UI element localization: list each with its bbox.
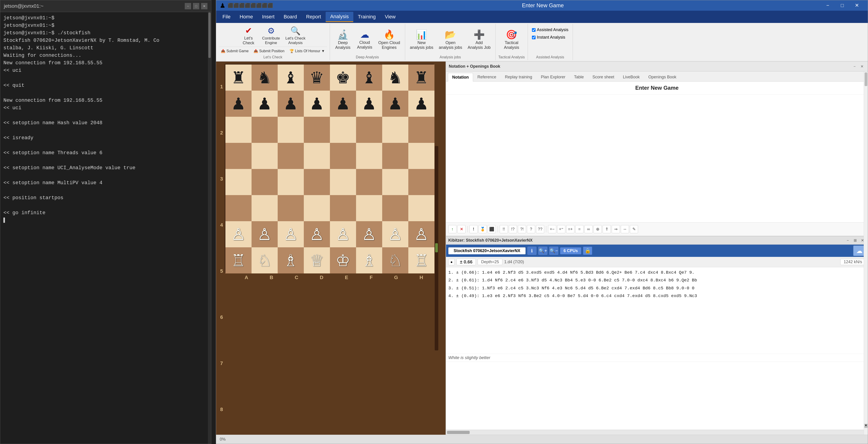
tab-reference[interactable]: Reference xyxy=(473,73,501,81)
square-f1[interactable]: ♗ xyxy=(356,247,382,274)
menu-home[interactable]: Home xyxy=(235,12,257,22)
ann-eq-plus-btn[interactable]: =+ xyxy=(566,225,575,233)
ann-bang-btn[interactable]: !! xyxy=(500,225,508,233)
ann-q-btn[interactable]: ? xyxy=(527,225,535,233)
square-f6[interactable] xyxy=(356,117,382,143)
tab-openings-book[interactable]: Openings Book xyxy=(644,73,681,81)
square-b6[interactable] xyxy=(252,117,278,143)
square-b2[interactable]: ♙ xyxy=(252,221,278,247)
square-g7[interactable]: ♟ xyxy=(382,91,408,117)
ann-strong-move-btn[interactable]: ⬛ xyxy=(488,225,496,233)
square-h3[interactable] xyxy=(408,195,434,221)
tab-plan-explorer[interactable]: Plan Explorer xyxy=(536,73,570,81)
menu-training[interactable]: Training xyxy=(353,12,380,22)
square-b7[interactable]: ♟ xyxy=(252,91,278,117)
square-h4[interactable] xyxy=(408,169,434,195)
square-c4[interactable] xyxy=(278,169,304,195)
square-a7[interactable]: ♟ xyxy=(225,91,252,117)
tab-notation[interactable]: Notation xyxy=(448,73,473,82)
square-e7[interactable]: ♟ xyxy=(330,91,356,117)
menu-view[interactable]: View xyxy=(380,12,400,22)
square-c7[interactable]: ♟ xyxy=(278,91,304,117)
square-b4[interactable] xyxy=(252,169,278,195)
square-c1[interactable]: ♗ xyxy=(278,247,304,274)
add-analysis-job-btn[interactable]: ➕ AddAnalysis Job xyxy=(466,28,493,51)
scroll-down-arrow[interactable]: ▼ xyxy=(864,424,868,428)
ann-inf-btn[interactable]: ∞ xyxy=(584,225,593,233)
ann-plus-eq-btn[interactable]: +⁼ xyxy=(557,225,565,233)
square-g6[interactable] xyxy=(382,117,408,143)
square-f3[interactable] xyxy=(356,195,382,221)
square-h5[interactable] xyxy=(408,143,434,169)
square-e8[interactable]: ♚ xyxy=(330,64,356,91)
square-b3[interactable] xyxy=(252,195,278,221)
menu-analysis[interactable]: Analysis xyxy=(326,12,353,22)
square-e4[interactable] xyxy=(330,169,356,195)
lists-of-honour-btn[interactable]: 🏆 Lists Of Honour ▼ xyxy=(287,48,327,54)
square-d8[interactable]: ♛ xyxy=(304,64,330,91)
engine-cpu-btn[interactable]: 6 CPUs xyxy=(560,247,581,254)
ann-pencil-btn[interactable]: ✎ xyxy=(630,225,638,233)
chess-board[interactable]: ♜♞♝♛♚♝♞♜♟♟♟♟♟♟♟♟♙♙♙♙♙♙♙♙♖♘♗♕♔♗♘♖ xyxy=(225,64,434,273)
assisted-analysis-checkbox[interactable]: Assisted Analysis xyxy=(531,27,570,33)
square-g8[interactable]: ♞ xyxy=(382,64,408,91)
square-d2[interactable]: ♙ xyxy=(304,221,330,247)
ann-right-btn[interactable]: ⇒ xyxy=(612,225,620,233)
instant-analysis-checkbox[interactable]: Instant Analysis xyxy=(531,34,570,40)
kibitzer-expand-btn[interactable]: ⊞ xyxy=(852,237,858,244)
engine-info-btn[interactable]: ℹ xyxy=(527,247,536,255)
square-c8[interactable]: ♝ xyxy=(278,64,304,91)
tab-score-sheet[interactable]: Score sheet xyxy=(588,73,619,81)
ann-up2-btn[interactable]: ⇑ xyxy=(602,225,611,233)
ann-lr-btn[interactable]: ↔ xyxy=(621,225,629,233)
square-a2[interactable]: ♙ xyxy=(225,221,252,247)
square-a6[interactable] xyxy=(225,117,252,143)
square-a1[interactable]: ♖ xyxy=(225,247,252,274)
open-analysis-jobs-btn[interactable]: 📂 Openanalysis jobs xyxy=(437,28,464,51)
eval-toggle-btn[interactable]: ● xyxy=(448,259,455,265)
tactical-analysis-btn[interactable]: 🎯 TacticalAnalysis xyxy=(501,28,522,51)
right-panel-scrollbar[interactable]: ▼ xyxy=(864,71,868,435)
terminal-close-btn[interactable]: ✕ xyxy=(201,3,208,9)
square-h6[interactable] xyxy=(408,117,434,143)
square-h1[interactable]: ♖ xyxy=(408,247,434,274)
square-d1[interactable]: ♕ xyxy=(304,247,330,274)
deep-analysis-btn[interactable]: 🔬 DeepAnalysis xyxy=(333,28,353,51)
square-d6[interactable] xyxy=(304,117,330,143)
square-b5[interactable] xyxy=(252,143,278,169)
submit-game-btn[interactable]: 📤 Submit Game xyxy=(219,48,251,54)
square-d7[interactable]: ♟ xyxy=(304,91,330,117)
square-e1[interactable]: ♔ xyxy=(330,247,356,274)
ann-plus-minus-btn[interactable]: +− xyxy=(548,225,556,233)
ann-delete-btn[interactable]: ✕ xyxy=(457,225,466,233)
board-scrollbar[interactable] xyxy=(435,146,438,350)
lets-check-btn[interactable]: ✔ Let'sCheck xyxy=(238,25,259,46)
instant-analysis-input[interactable] xyxy=(532,36,535,39)
square-a8[interactable]: ♜ xyxy=(225,64,252,91)
terminal-scrollbar[interactable] xyxy=(208,12,211,444)
right-panel-minimize-btn[interactable]: − xyxy=(851,63,858,70)
square-h2[interactable]: ♙ xyxy=(408,221,434,247)
ann-oplus-btn[interactable]: ⊕ xyxy=(593,225,602,233)
square-g2[interactable]: ♙ xyxy=(382,221,408,247)
right-panel-bottom-scrollbar[interactable] xyxy=(446,430,868,435)
terminal-minimize-btn[interactable]: − xyxy=(185,3,191,9)
engine-zoom-in-btn[interactable]: 🔍+ xyxy=(538,247,547,255)
square-c2[interactable]: ♙ xyxy=(278,221,304,247)
tab-replay-training[interactable]: Replay training xyxy=(501,73,536,81)
square-h7[interactable]: ♟ xyxy=(408,91,434,117)
square-a4[interactable] xyxy=(225,169,252,195)
square-e5[interactable] xyxy=(330,143,356,169)
ann-medal-btn[interactable]: 🏅 xyxy=(478,225,487,233)
ann-qbang-btn[interactable]: ?! xyxy=(518,225,526,233)
square-f5[interactable] xyxy=(356,143,382,169)
square-g4[interactable] xyxy=(382,169,408,195)
engine-name-btn[interactable]: Stockfish 070620+JetsonXavierNX xyxy=(448,247,526,254)
square-b1[interactable]: ♘ xyxy=(252,247,278,274)
square-d4[interactable] xyxy=(304,169,330,195)
square-c3[interactable] xyxy=(278,195,304,221)
ann-eq-btn[interactable]: = xyxy=(575,225,584,233)
ann-excl-btn[interactable]: ! xyxy=(469,225,477,233)
right-panel-close-btn[interactable]: ✕ xyxy=(859,63,865,70)
square-e6[interactable] xyxy=(330,117,356,143)
